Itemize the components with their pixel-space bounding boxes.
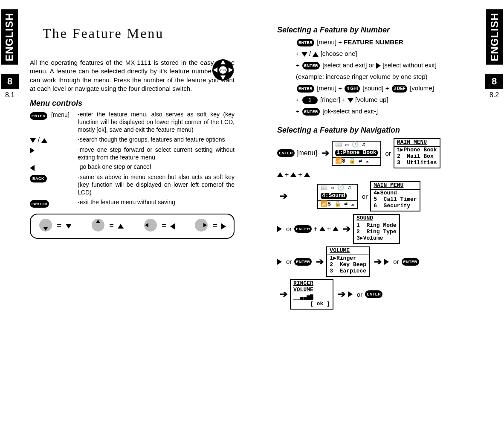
back-key-icon: BACK [30, 175, 47, 182]
dpad-left-highlight-icon [143, 218, 158, 235]
dpad-up-highlight-icon [91, 218, 105, 235]
control-desc-menu: -enter the feature menu, also serves as … [78, 110, 235, 134]
down-arrow-icon [66, 224, 72, 229]
enter-key-icon: ENTER [365, 290, 382, 298]
up-arrow-icon [333, 226, 339, 231]
left-arrow-icon [30, 165, 35, 171]
lcd-ringer-volume: RINGER VOLUME __▄▄▆█ [ ok ] [290, 279, 333, 310]
seq-line-6: + 1 [ringer] + [volume up] [296, 95, 482, 105]
lcd-sound: 📖 ✉ 🕐 ♫ 4:Sound 📶$ 🔒 ⇄ ☁ [317, 184, 358, 209]
nav-row-2: ➔ 📖 ✉ 🕐 ♫ 4:Sound 📶$ 🔒 ⇄ ☁ or MAIN MENU … [277, 181, 482, 211]
lcd-sound-menu: SOUND 1 Ring Mode 2 Ring Type 3▶Volume [353, 214, 400, 244]
flow-arrow-icon: ➔ [280, 191, 287, 202]
equals-sign: = [162, 222, 166, 231]
left-column: The Feature Menu All the operating featu… [30, 26, 235, 239]
nav-row-4: or ENTER ➔ VOLUME 1▶Ringer 2 Key Beep 3 … [277, 246, 482, 277]
chapter-number-left: 8 [1, 74, 19, 89]
directional-switch-icon: C ✉ [211, 58, 235, 83]
up-arrow-icon [304, 172, 310, 177]
nav-row-5: ➔ RINGER VOLUME __▄▄▆█ [ ok ] ➔ or ENTER [277, 279, 482, 310]
right-arrow-icon [277, 226, 282, 232]
seq-line-7: + ENTER [ok-select and exit-] [296, 106, 482, 116]
control-desc-right: -move one step forward or select current… [78, 146, 235, 161]
dpad-right-highlight-icon [194, 218, 209, 235]
pwr-end-key-icon: PWR END [30, 200, 49, 208]
plus-text: + [327, 225, 331, 233]
flow-arrow-icon: ➔ [322, 148, 329, 159]
equals-sign: = [109, 222, 114, 231]
up-arrow-icon [313, 52, 319, 57]
left-arrow-icon [170, 223, 175, 229]
page-title: The Feature Menu [43, 26, 235, 41]
flow-arrow-icon: ➔ [343, 223, 350, 235]
enter-key-icon: ENTER [297, 39, 314, 46]
seq-line-5: ENTER [menu] + 4 GHI [sound] + 3 DEF [vo… [296, 83, 482, 93]
subheading-select-by-number: Selecting a Feature by Number [277, 26, 482, 35]
down-arrow-icon [348, 98, 353, 103]
control-row-right: -move one step forward or select current… [30, 146, 235, 161]
enter-key-icon: ENTER [30, 112, 47, 120]
right-arrow-icon [221, 223, 226, 229]
or-text: or [357, 291, 362, 298]
right-column: Selecting a Feature by Number ENTER [men… [277, 26, 482, 312]
or-text: or [385, 150, 391, 157]
up-arrow-icon [41, 138, 47, 143]
svg-text:C ✉: C ✉ [220, 69, 226, 72]
enter-key-icon: ENTER [302, 108, 320, 116]
right-arrow-icon [376, 63, 381, 69]
enter-key-icon: ENTER [277, 149, 295, 157]
divider-right [485, 64, 485, 102]
up-arrow-icon [118, 224, 124, 229]
control-label-menu: [menu] [51, 110, 78, 118]
key-4-icon: 4 GHI [345, 85, 360, 93]
key-3-icon: 3 DEF [392, 85, 407, 93]
control-row-updown: / -search though the groups, features an… [30, 136, 235, 144]
enter-key-icon: ENTER [302, 62, 320, 70]
control-row-menu: ENTER [menu] -enter the feature menu, al… [30, 110, 235, 134]
equals-sign: = [213, 222, 217, 231]
divider-left [19, 64, 19, 102]
flow-arrow-icon: ➔ [316, 256, 324, 267]
menu-label: [menu] [296, 149, 317, 157]
or-text: or [362, 193, 368, 200]
flow-arrow-icon: ➔ [338, 289, 345, 300]
right-arrow-icon [348, 291, 353, 297]
seq-line-4: (example: increase ringer volume by one … [296, 72, 482, 82]
seq-line-1: ENTER [menu] + FEATURE NUMBER [296, 37, 482, 47]
page-number-right: 8.2 [485, 91, 503, 99]
right-arrow-icon [384, 259, 389, 265]
nav-row-2-keys: + + [277, 171, 482, 179]
flow-arrow-icon: ➔ [280, 289, 287, 300]
up-arrow-icon [290, 172, 296, 177]
key-1-icon: 1 [302, 96, 318, 104]
page-number-left: 8.1 [1, 91, 19, 99]
up-arrow-icon [277, 172, 283, 177]
subheading-menu-controls: Menu controls [30, 99, 235, 108]
right-arrow-icon [277, 259, 282, 265]
control-desc-left: -go back one step or cancel [78, 163, 235, 171]
enter-key-icon: ENTER [297, 85, 314, 93]
enter-key-icon: ENTER [294, 225, 312, 233]
equals-sign: = [57, 222, 61, 231]
nav-row-3: or ENTER + + ➔ SOUND 1 Ring Mode 2 Ring … [277, 214, 482, 244]
right-arrow-icon [30, 148, 35, 153]
control-desc-updown: -search though the groups, features and … [78, 136, 235, 143]
control-desc-pwr: -exit the feature menu without saving [78, 198, 235, 206]
language-tab-left: ENGLISH [1, 9, 18, 65]
seq-line-2: + / [choose one] [296, 49, 482, 59]
plus-text: + [285, 171, 289, 179]
enter-key-icon: ENTER [402, 258, 419, 266]
nav-row-1: ENTER [menu] ➔ 📖 ✉ 🕐 ♫ 1:Phone Book 📶$ 🔒… [277, 138, 482, 168]
or-text: or [393, 258, 399, 265]
intro-text: All the operating features of the MX-111… [30, 58, 235, 93]
lcd-main-menu-2: MAIN MENU 4▶Sound 5 Call Timer 6 Securit… [370, 181, 420, 211]
chapter-number-right: 8 [485, 74, 503, 89]
flow-arrow-icon: ➔ [374, 256, 382, 267]
plus-text: + [313, 225, 317, 233]
subheading-select-by-nav: Selecting a Feature by Navigation [277, 126, 482, 135]
control-row-back: BACK -same as above in menu screen but a… [30, 173, 235, 197]
lcd-phonebook: 📖 ✉ 🕐 ♫ 1:Phone Book 📶$ 🔒 ⇄ ☁ [332, 141, 381, 166]
control-desc-back: -same as above in menu screen but also a… [78, 173, 235, 197]
or-text: or [286, 225, 292, 232]
down-arrow-icon [301, 52, 307, 57]
